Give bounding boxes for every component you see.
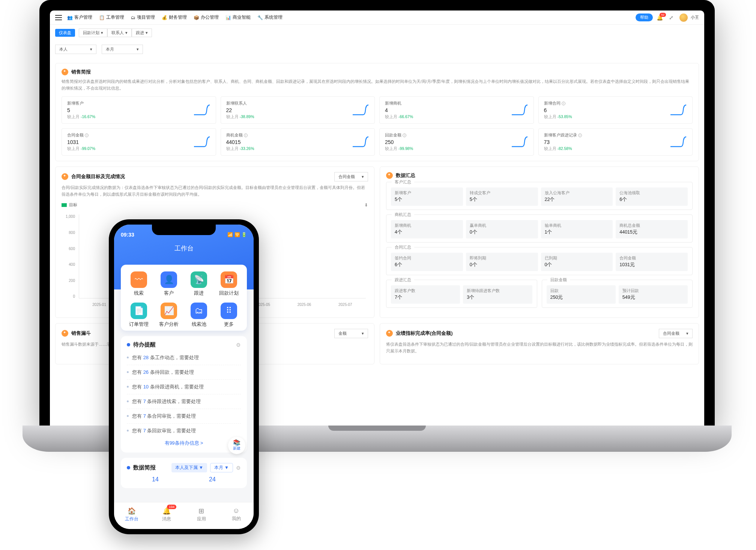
stat-card: 合同金额?1031较上月 -99.07%: [62, 128, 216, 156]
todo-item[interactable]: 您有 10 条待跟进商机，需要处理: [127, 379, 241, 394]
module-description: 销售简报对仪表盘所选时间段内的销售成果进行对比分析，分析对象包括您的客户、联系人…: [62, 78, 693, 92]
summary-cell: 新增商机4个: [391, 220, 463, 238]
summary-group: 客户汇总新增客户5个转成交客户5个放入公海客户22个公海池领取6个: [386, 182, 693, 210]
summary-cell: 回款250元: [547, 285, 616, 304]
quick-客户[interactable]: 👤客户: [155, 271, 183, 297]
stat-card: 回款金额?250较上月 -99.98%: [379, 128, 534, 156]
nav-客户管理[interactable]: 👥客户管理: [67, 15, 92, 20]
menu-icon[interactable]: [55, 15, 62, 20]
stat-card: 新增联系人22较上月 -38.89%: [221, 96, 375, 124]
summary-cell: 赢单商机0个: [466, 220, 538, 238]
module-title: 合同金额目标及完成情况: [71, 173, 125, 180]
performance-module: 业绩指标完成率(合同金额) 合同金额▾ 将仪表盘筛选条件下审核状态为已通过的合同…: [380, 323, 699, 365]
nav-办公管理[interactable]: 📦办公管理: [194, 15, 219, 20]
summary-group: 回款金额回款250元预计回款549元: [542, 280, 693, 308]
summary-cell: 预计回款549元: [619, 285, 688, 304]
top-bar: 👥客户管理📋工单管理🗂项目管理💰财务管理📦办公管理📊商业智能🔧系统管理 帮助 🔔…: [50, 10, 704, 25]
target-metric-select[interactable]: 合同金额▾: [334, 172, 368, 181]
view-tabs: 仪表盘 回款计划 ▾联系人 ▾跟进 ▾: [50, 25, 704, 41]
brief-owner-select[interactable]: 本人及下属 ▼: [171, 463, 207, 472]
fullscreen-icon[interactable]: ⤢: [669, 15, 673, 21]
nav-系统管理[interactable]: 🔧系统管理: [257, 15, 283, 20]
data-summary-module: 数据汇总 客户汇总新增客户5个转成交客户5个放入公海客户22个公海池领取6个商机…: [380, 166, 699, 318]
module-title: 销售简报: [71, 69, 91, 75]
brief-period-select[interactable]: 本月 ▼: [210, 463, 233, 472]
todo-item[interactable]: 您有 7 条合同审批，需要处理: [127, 409, 241, 423]
help-button[interactable]: 帮助: [636, 13, 653, 21]
quick-更多[interactable]: ⠿更多: [215, 303, 243, 328]
phone-frame: 09:33 📶 🛜 🔋 工作台 〰线索👤客户📡跟进📅回款计划📄订单管理📈客户分析…: [109, 219, 259, 534]
stat-card: 新增客户跟进记录?73较上月 -82.58%: [538, 128, 693, 156]
tab-应用[interactable]: ⊞应用: [184, 502, 219, 526]
notification-bell-icon[interactable]: 🔔 52: [657, 15, 663, 21]
summary-group: 商机汇总新增商机4个赢单商机0个输单商机1个商机总金额44015元: [386, 214, 693, 243]
chart-legend: 目标: [69, 202, 77, 208]
bottom-tabbar: 🏠工作台194🔔消息⊞应用☺我的: [114, 502, 254, 529]
module-description: 将仪表盘筛选条件下审核状态为已通过的合同/回款金额与管理员在企业管理后台设置的目…: [386, 341, 693, 355]
data-brief-card: 数据简报 本人及下属 ▼ 本月 ▼ ⚙ 1424: [121, 458, 247, 488]
download-icon[interactable]: ⬇: [364, 202, 368, 208]
nav-项目管理[interactable]: 🗂项目管理: [131, 15, 155, 20]
module-description: 合同/回款实际完成情况的数据为：仪表盘筛选条件下审核状态为已通过的合同/回款的实…: [62, 184, 368, 198]
quick-跟进[interactable]: 📡跟进: [185, 271, 213, 297]
summary-cell: 转成交客户5个: [466, 187, 538, 206]
quick-actions-card: 〰线索👤客户📡跟进📅回款计划📄订单管理📈客户分析🗂线索池⠿更多: [121, 265, 247, 331]
quick-线索池[interactable]: 🗂线索池: [185, 303, 213, 328]
period-select[interactable]: 本月▾: [102, 45, 143, 54]
username[interactable]: 小王: [691, 15, 699, 20]
summary-cell: 新增客户5个: [391, 187, 463, 206]
todo-card: 待办提醒 ⚙ 您有 28 条工作动态，需要处理您有 26 条待回款，需要处理您有…: [121, 336, 247, 453]
gear-icon[interactable]: ⚙: [236, 465, 241, 471]
summary-cell: 跟进客户数7个: [391, 285, 460, 304]
brief-number: 24: [209, 476, 216, 483]
todo-item[interactable]: 您有 28 条工作动态，需要处理: [127, 351, 241, 365]
stat-card: 商机金额?44015较上月 -33.26%: [221, 128, 375, 156]
tab-我的[interactable]: ☺我的: [219, 502, 254, 526]
stat-card: 新增商机4较上月 -66.67%: [379, 96, 534, 124]
card-title: 待办提醒: [133, 341, 233, 348]
gear-icon[interactable]: ⚙: [236, 342, 241, 348]
sales-brief-module: 销售简报 销售简报对仪表盘所选时间段内的销售成果进行对比分析，分析对象包括您的客…: [55, 63, 699, 161]
stat-card: 新增合同?6较上月 -53.85%: [538, 96, 693, 124]
owner-select[interactable]: 本人▾: [55, 45, 96, 54]
summary-group: 跟进汇总跟进客户数7个新增待跟进客户数3个: [386, 280, 537, 308]
top-nav: 👥客户管理📋工单管理🗂项目管理💰财务管理📦办公管理📊商业智能🔧系统管理: [67, 15, 283, 20]
todo-item[interactable]: 您有 26 条待回款，需要处理: [127, 365, 241, 379]
filter-跟进[interactable]: 跟进 ▾: [132, 28, 152, 37]
summary-cell: 签约合同6个: [391, 253, 463, 271]
more-todos-link[interactable]: 有99条待办信息 >: [127, 438, 241, 447]
summary-cell: 公海池领取6个: [616, 187, 688, 206]
brief-number: 14: [152, 476, 159, 483]
summary-cell: 放入公海客户22个: [541, 187, 613, 206]
summary-cell: 合同金额1031元: [616, 253, 688, 271]
summary-group: 合同汇总签约合同6个即将到期0个已到期0个合同金额1031元: [386, 247, 693, 275]
summary-cell: 即将到期0个: [466, 253, 538, 271]
mobile-app: 09:33 📶 🛜 🔋 工作台 〰线索👤客户📡跟进📅回款计划📄订单管理📈客户分析…: [114, 225, 254, 529]
module-title: 数据汇总: [396, 172, 415, 179]
tab-工作台[interactable]: 🏠工作台: [114, 502, 149, 526]
nav-商业智能[interactable]: 📊商业智能: [225, 15, 251, 20]
perf-metric-select[interactable]: 合同金额▾: [659, 329, 693, 338]
nav-财务管理[interactable]: 💰财务管理: [162, 15, 187, 20]
summary-cell: 新增待跟进客户数3个: [463, 285, 532, 304]
avatar[interactable]: [679, 13, 688, 22]
todo-item[interactable]: 您有 7 条待跟进线索，需要处理: [127, 394, 241, 409]
summary-cell: 输单商机1个: [541, 220, 613, 238]
new-fab[interactable]: 📚新建: [228, 437, 245, 454]
tab-dashboard[interactable]: 仪表盘: [55, 29, 75, 37]
tab-消息[interactable]: 194🔔消息: [149, 502, 184, 526]
page-title: 工作台: [121, 240, 247, 259]
nav-工单管理[interactable]: 📋工单管理: [99, 15, 124, 20]
summary-cell: 已到期0个: [541, 253, 613, 271]
filter-回款计划[interactable]: 回款计划 ▾: [79, 28, 107, 37]
todo-item[interactable]: 您有 7 条回款审批，需要处理: [127, 423, 241, 438]
filter-联系人[interactable]: 联系人 ▾: [107, 28, 132, 37]
module-title: 业绩指标完成率(合同金额): [396, 330, 453, 337]
stat-card: 新增客户5较上月 -16.67%: [62, 96, 216, 124]
quick-线索[interactable]: 〰线索: [125, 271, 153, 297]
notification-badge: 52: [660, 13, 666, 17]
quick-回款计划[interactable]: 📅回款计划: [215, 271, 243, 297]
quick-客户分析[interactable]: 📈客户分析: [155, 303, 183, 328]
card-title: 数据简报: [133, 464, 168, 471]
quick-订单管理[interactable]: 📄订单管理: [125, 303, 153, 328]
